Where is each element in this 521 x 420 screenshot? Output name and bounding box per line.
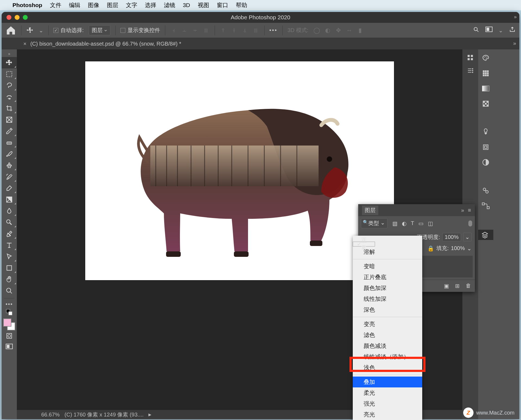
gradients-panel-icon[interactable] (481, 84, 490, 93)
history-panel-icon[interactable] (465, 53, 475, 62)
brushes-panel-icon[interactable] (481, 186, 490, 195)
blur-tool[interactable] (2, 205, 17, 217)
share-icon[interactable] (509, 26, 516, 34)
menu-filter[interactable]: 滤镜 (164, 1, 175, 9)
close-tab-icon[interactable]: × (23, 41, 27, 47)
shape-tool[interactable] (2, 262, 17, 274)
window-minimize-button[interactable] (15, 15, 20, 20)
crop-tool[interactable] (2, 103, 17, 114)
lock-icon[interactable]: 🔒 (427, 245, 434, 252)
eyedropper-tool[interactable] (2, 125, 17, 137)
zoom-level[interactable]: 66.67% (41, 412, 60, 418)
toolbox-collapse-icon[interactable]: » (4, 50, 15, 57)
new-group-icon[interactable]: ▣ (444, 283, 449, 289)
blend-item-lighten[interactable]: 变亮 (353, 319, 422, 330)
move-tool[interactable] (2, 57, 17, 68)
filter-type-icon[interactable]: T (411, 220, 414, 227)
blend-item-colordodge[interactable]: 颜色减淡 (353, 340, 422, 351)
opacity-value[interactable]: 100% (442, 233, 461, 241)
hand-tool[interactable] (2, 274, 17, 285)
blend-item-multiply[interactable]: 正片叠底 (353, 272, 422, 283)
frame-tool[interactable] (2, 114, 17, 125)
layers-panel-tab[interactable] (478, 230, 493, 240)
window-zoom-button[interactable] (23, 15, 28, 20)
fill-value[interactable]: 100% (451, 245, 465, 251)
libraries-panel-icon[interactable] (481, 143, 490, 151)
panel-collapse-icon[interactable]: » (461, 207, 464, 213)
paths-panel-icon[interactable] (481, 201, 490, 210)
window-close-button[interactable] (7, 15, 11, 20)
gradient-tool[interactable] (2, 194, 17, 205)
patterns-panel-icon[interactable] (481, 99, 490, 108)
screen-mode-tool-icon[interactable] (2, 341, 17, 352)
menu-help[interactable]: 帮助 (236, 1, 247, 9)
default-colors-icon[interactable] (2, 308, 17, 316)
blend-item-hardlight[interactable]: 强光 (353, 398, 422, 409)
align-right-icon[interactable]: ⫟ (192, 27, 199, 34)
menu-image[interactable]: 图像 (88, 1, 99, 9)
blend-item-screen[interactable]: 滤色 (353, 330, 422, 340)
mac-menubar[interactable]: Photoshop 文件 编辑 图像 图层 文字 选择 滤镜 3D 视图 窗口 … (0, 0, 521, 10)
dodge-tool[interactable] (2, 217, 17, 228)
3d-roll-icon[interactable]: ◐ (324, 27, 331, 34)
menu-file[interactable]: 文件 (50, 1, 61, 9)
3d-camera-icon[interactable]: ▮ (357, 27, 364, 34)
blend-item-normal[interactable]: 正常 (353, 242, 375, 247)
doc-info[interactable]: (C) 1760 像素 x 1249 像素 (93.... (65, 411, 144, 418)
edit-toolbar-icon[interactable]: ••• (2, 300, 17, 308)
eraser-tool[interactable] (2, 182, 17, 194)
transform-controls-checkbox[interactable]: 显示变换控件 (120, 27, 160, 34)
blend-item-softlight[interactable]: 柔光 (353, 387, 422, 398)
menu-layer[interactable]: 图层 (107, 1, 118, 9)
menu-type[interactable]: 文字 (126, 1, 137, 9)
lasso-tool[interactable] (2, 80, 17, 91)
distribute-h-icon[interactable]: ⫼ (203, 27, 210, 34)
align-top-icon[interactable]: ⫯ (220, 27, 227, 34)
blend-item-lineardodge[interactable]: 线性减淡（添加） (353, 351, 422, 362)
history-brush-tool[interactable] (2, 171, 17, 182)
path-select-tool[interactable] (2, 251, 17, 262)
menu-3d[interactable]: 3D (183, 2, 190, 8)
search-icon[interactable] (473, 26, 479, 34)
canvas[interactable] (85, 61, 394, 280)
blend-item-lightercolor[interactable]: 浅色 (353, 362, 422, 373)
layers-panel-title[interactable]: 图层 (362, 206, 378, 215)
blend-item-linearburn[interactable]: 线性加深 (353, 293, 422, 304)
align-bottom-icon[interactable]: ⫰ (242, 27, 249, 34)
menu-select[interactable]: 选择 (145, 1, 156, 9)
delete-layer-icon[interactable]: 🗑 (466, 283, 471, 289)
adjustments-panel-icon[interactable] (481, 158, 490, 167)
fill-dropdown-icon[interactable]: ⌄ (467, 245, 472, 252)
tabs-overflow-icon[interactable]: » (513, 40, 516, 46)
auto-select-target-select[interactable]: 图层 (89, 25, 110, 35)
opacity-dropdown-icon[interactable]: ⌄ (463, 233, 472, 241)
healing-brush-tool[interactable] (2, 137, 17, 148)
menu-view[interactable]: 视图 (198, 1, 209, 9)
blend-item-colorburn[interactable]: 颜色加深 (353, 283, 422, 293)
titlebar-overflow-icon[interactable]: » (514, 14, 517, 20)
blend-item-overlay[interactable]: 叠加 (353, 377, 422, 387)
color-swatches[interactable] (3, 318, 15, 330)
app-name[interactable]: Photoshop (12, 2, 42, 8)
filter-pixel-icon[interactable]: ▧ (392, 220, 398, 227)
3d-slide-icon[interactable]: ↔ (346, 27, 353, 34)
menu-window[interactable]: 窗口 (217, 1, 228, 9)
zoom-tool[interactable] (2, 285, 17, 296)
swatches-panel-icon[interactable] (481, 69, 490, 78)
pen-tool[interactable] (2, 228, 17, 239)
align-vcenter-icon[interactable]: ⫲ (231, 27, 238, 34)
3d-pan-icon[interactable]: ✥ (335, 27, 342, 34)
distribute-v-icon[interactable]: ⫼ (252, 27, 259, 34)
layer-filter-select[interactable]: 类型 (361, 218, 387, 228)
blend-item-vividlight[interactable]: 亮光 (353, 409, 422, 420)
status-menu-icon[interactable]: ▶ (148, 412, 151, 417)
filter-smart-icon[interactable]: ◫ (428, 220, 433, 227)
more-options-icon[interactable]: ••• (269, 27, 278, 33)
align-hcenter-icon[interactable]: ⫠ (181, 27, 188, 34)
blend-mode-dropdown[interactable]: 正常 溶解 变暗 正片叠底 颜色加深 线性加深 深色 变亮 滤色 颜色减淡 线性… (353, 236, 422, 420)
new-layer-icon[interactable]: ⊞ (455, 283, 460, 289)
blend-item-darken[interactable]: 变暗 (353, 261, 422, 272)
home-button[interactable] (5, 25, 16, 36)
marquee-tool[interactable] (2, 68, 17, 80)
properties-panel-icon[interactable] (465, 66, 475, 75)
